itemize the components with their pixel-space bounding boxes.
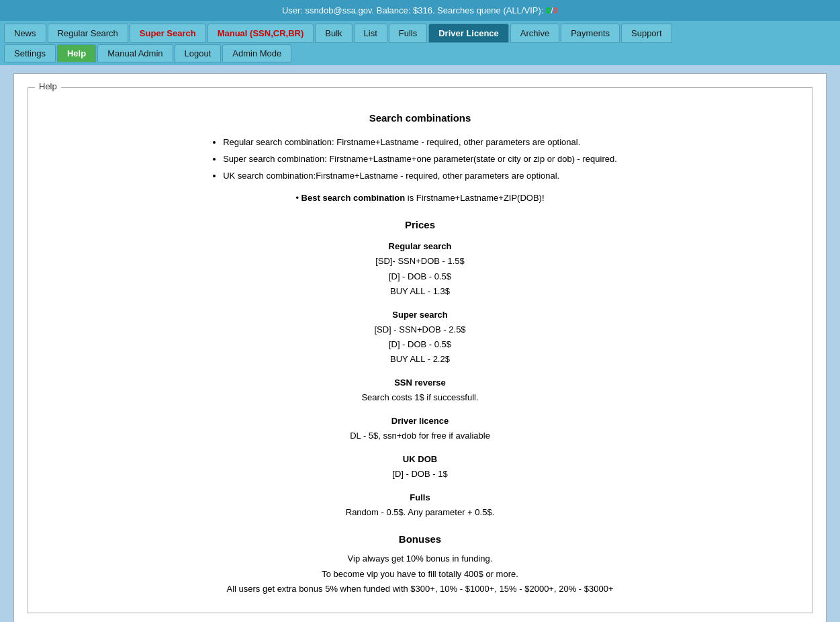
nav-driver-licence[interactable]: Driver Licence	[428, 24, 509, 43]
driver-licence-line: DL - 5$, ssn+dob for free if avaliable	[44, 429, 796, 443]
nav-bar-2: Settings Help Manual Admin Logout Admin …	[0, 43, 840, 65]
super-search-label: Super search	[44, 310, 796, 320]
nav-archive[interactable]: Archive	[510, 24, 559, 43]
bonuses-title: Bonuses	[44, 533, 796, 545]
nav-news[interactable]: News	[4, 24, 46, 43]
regular-search-line-1: [SD]- SSN+DOB - 1.5$	[44, 254, 796, 269]
bullet-3: UK search combination:Firstname+Lastname…	[223, 169, 617, 183]
best-search-prefix: Best search combination	[301, 193, 406, 203]
nav-bar: News Regular Search Super Search Manual …	[0, 21, 840, 43]
nav-fulls[interactable]: Fulls	[389, 24, 427, 43]
fulls-label: Fulls	[44, 492, 796, 502]
search-combinations-title: Search combinations	[44, 112, 796, 124]
super-search-line-3: BUY ALL - 2.2$	[44, 352, 796, 367]
nav-manual-admin[interactable]: Manual Admin	[97, 44, 173, 62]
nav-regular-search[interactable]: Regular Search	[48, 24, 128, 43]
ssn-reverse-label: SSN reverse	[44, 377, 796, 388]
bonuses-line-3: All users get extra bonus 5% when funded…	[44, 582, 796, 596]
nav-payments[interactable]: Payments	[561, 24, 620, 43]
nav-support[interactable]: Support	[621, 24, 672, 43]
prices-title: Prices	[44, 219, 796, 230]
help-frame: Help Search combinations Regular search …	[28, 87, 812, 613]
nav-bulk[interactable]: Bulk	[315, 24, 352, 43]
driver-licence-label: Driver licence	[44, 416, 796, 426]
help-content: Search combinations Regular search combi…	[44, 112, 796, 596]
regular-search-line-3: BUY ALL - 1.3$	[44, 284, 796, 299]
main-content: Help Search combinations Regular search …	[13, 73, 827, 622]
bonuses-line-2: To become vip you have to fill totally 4…	[44, 567, 796, 582]
status-bar: User: ssndob@ssa.gov. Balance: $316. Sea…	[0, 0, 840, 21]
uk-dob-label: UK DOB	[44, 454, 796, 464]
ssn-reverse-line: Search costs 1$ if successfull.	[44, 390, 796, 405]
bullet-2: Super search combination: Firstname+Last…	[223, 152, 617, 167]
nav-list[interactable]: List	[354, 24, 387, 43]
super-search-line-2: [D] - DOB - 0.5$	[44, 337, 796, 352]
nav-logout[interactable]: Logout	[175, 44, 222, 62]
best-search-suffix: is Firstname+Lastname+ZIP(DOB)!	[405, 193, 544, 203]
best-search-line: • Best search combination is Firstname+L…	[44, 191, 796, 206]
uk-dob-line: [D] - DOB - 1$	[44, 467, 796, 482]
super-search-line-1: [SD] - SSN+DOB - 2.5$	[44, 322, 796, 337]
vip-count: 0	[553, 5, 558, 15]
search-combinations-list: Regular search combination: Firstname+La…	[223, 136, 617, 185]
nav-help[interactable]: Help	[57, 44, 96, 62]
nav-super-search[interactable]: Super Search	[130, 24, 206, 43]
bullet-1: Regular search combination: Firstname+La…	[223, 136, 617, 150]
status-text: User: ssndob@ssa.gov. Balance: $316. Sea…	[282, 5, 543, 15]
regular-search-line-2: [D] - DOB - 0.5$	[44, 269, 796, 284]
regular-search-label: Regular search	[44, 241, 796, 251]
nav-admin-mode[interactable]: Admin Mode	[222, 44, 291, 62]
fulls-line: Random - 0.5$. Any parameter + 0.5$.	[44, 505, 796, 520]
nav-settings[interactable]: Settings	[4, 44, 56, 62]
nav-manual[interactable]: Manual (SSN,CR,BR)	[207, 24, 314, 43]
bonuses-line-1: Vip always get 10% bonus in funding.	[44, 551, 796, 566]
help-legend: Help	[35, 81, 61, 91]
